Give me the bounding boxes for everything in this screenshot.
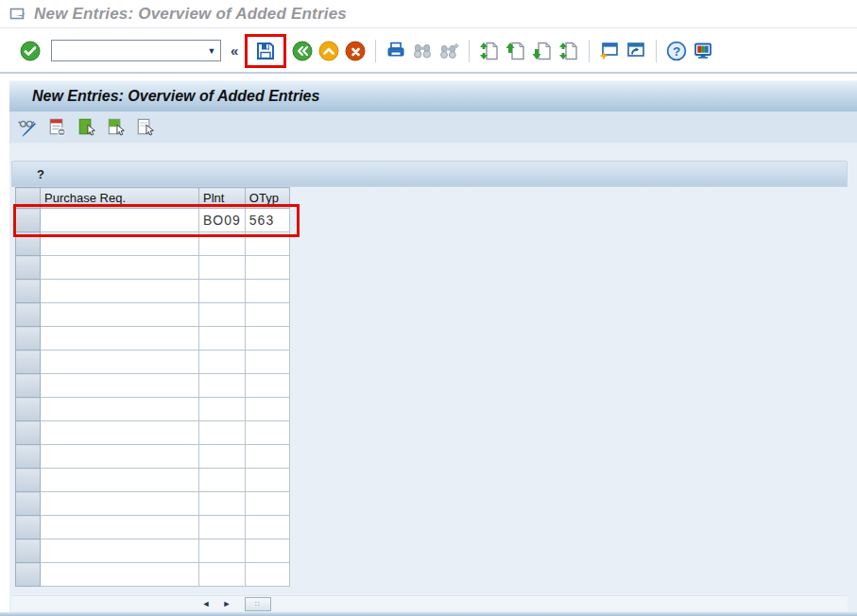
otyp-cell[interactable] [245, 445, 289, 469]
otyp-cell[interactable] [245, 563, 289, 587]
back-button[interactable] [289, 38, 316, 64]
print-button[interactable] [383, 38, 409, 64]
row-selector-cell[interactable] [16, 421, 41, 445]
plnt-cell[interactable] [199, 398, 246, 421]
purchase-req-cell[interactable] [41, 280, 199, 303]
plnt-cell[interactable] [199, 374, 246, 398]
scroll-left-button[interactable]: ◄ [196, 597, 216, 611]
plnt-cell[interactable] [199, 351, 246, 374]
save-button[interactable] [252, 38, 279, 64]
row-selector-cell[interactable] [16, 280, 41, 303]
plnt-cell[interactable] [199, 445, 246, 469]
otyp-cell[interactable] [245, 516, 289, 539]
column-header-selector[interactable] [16, 188, 41, 209]
otyp-cell[interactable] [245, 351, 289, 374]
customize-layout-button[interactable] [690, 38, 716, 64]
otyp-cell[interactable] [245, 469, 289, 492]
plnt-cell[interactable] [199, 303, 246, 327]
row-selector-cell[interactable] [16, 445, 41, 469]
delete-row-button[interactable] [43, 114, 70, 141]
cancel-button[interactable] [342, 38, 369, 64]
command-field-input[interactable] [52, 41, 203, 60]
column-header-plnt[interactable]: Plnt [199, 188, 246, 209]
otyp-cell[interactable] [245, 327, 289, 351]
purchase-req-cell[interactable] [41, 374, 199, 398]
enter-button[interactable] [17, 38, 43, 64]
row-selector-cell[interactable] [16, 256, 41, 280]
column-header-otyp[interactable]: OTyp [245, 188, 289, 209]
otyp-cell[interactable] [245, 492, 289, 516]
row-selector-cell[interactable] [16, 327, 41, 351]
purchase-req-cell[interactable] [41, 539, 199, 563]
purchase-req-cell[interactable] [41, 232, 199, 256]
otyp-cell[interactable] [245, 303, 289, 327]
otyp-cell[interactable] [245, 374, 289, 398]
new-session-button[interactable] [596, 38, 623, 64]
command-field-dropdown-icon[interactable]: ▼ [203, 41, 220, 60]
column-header-purchase-req[interactable]: Purchase Req. [41, 188, 199, 209]
otyp-cell[interactable] [245, 232, 289, 256]
otyp-cell[interactable] [245, 539, 289, 563]
purchase-req-cell[interactable] [41, 421, 199, 445]
row-selector-cell[interactable] [16, 539, 41, 563]
plnt-cell[interactable] [199, 516, 246, 539]
plnt-cell[interactable] [199, 256, 246, 280]
purchase-req-cell[interactable] [41, 398, 199, 421]
purchase-req-cell[interactable] [41, 516, 199, 539]
otyp-cell[interactable]: 563 [245, 209, 289, 232]
exit-button[interactable] [316, 38, 342, 64]
plnt-cell[interactable] [199, 280, 246, 303]
purchase-req-cell[interactable] [41, 327, 199, 351]
first-page-button[interactable] [476, 38, 503, 64]
row-selector-cell[interactable] [16, 374, 41, 398]
table-row [16, 469, 290, 492]
row-selector-cell[interactable] [16, 303, 41, 327]
select-block-button[interactable] [102, 114, 129, 141]
plnt-cell[interactable] [199, 539, 246, 563]
window-bottom-edge [0, 612, 857, 616]
find-button[interactable] [409, 38, 436, 64]
row-selector-cell[interactable] [16, 469, 41, 492]
scroll-right-button[interactable]: ► [216, 597, 237, 611]
row-selector-cell[interactable] [16, 492, 41, 516]
plnt-cell[interactable] [199, 232, 246, 256]
collapse-toolbar-button[interactable]: « [231, 43, 238, 59]
table-row [16, 280, 290, 303]
purchase-req-cell[interactable] [41, 492, 199, 516]
help-button[interactable]: ? [663, 38, 690, 64]
purchase-req-cell[interactable] [41, 209, 199, 232]
purchase-req-cell[interactable] [41, 563, 199, 587]
purchase-req-cell[interactable] [41, 469, 199, 492]
find-next-button[interactable] [436, 38, 462, 64]
row-selector-cell[interactable] [16, 232, 41, 256]
previous-page-button[interactable] [503, 38, 529, 64]
otyp-cell[interactable] [245, 280, 289, 303]
display-change-toggle-button[interactable] [14, 114, 41, 141]
row-selector-cell[interactable] [16, 516, 41, 539]
deselect-all-button[interactable] [131, 114, 158, 141]
plnt-cell[interactable] [199, 421, 246, 445]
otyp-cell[interactable] [245, 421, 289, 445]
otyp-cell[interactable] [245, 256, 289, 280]
row-selector-cell[interactable] [16, 398, 41, 421]
plnt-cell[interactable]: BO09 [199, 209, 246, 232]
row-selector-cell[interactable] [16, 351, 41, 374]
exit-icon [317, 40, 340, 62]
purchase-req-cell[interactable] [41, 303, 199, 327]
otyp-cell[interactable] [245, 398, 289, 421]
row-selector-cell[interactable] [16, 563, 41, 587]
create-shortcut-button[interactable] [623, 38, 649, 64]
last-page-button[interactable] [556, 38, 582, 64]
plnt-cell[interactable] [199, 563, 246, 587]
purchase-req-cell[interactable] [41, 256, 199, 280]
select-all-button[interactable] [73, 114, 99, 141]
scrollbar-handle[interactable]: ∷ [245, 597, 271, 611]
purchase-req-cell[interactable] [41, 445, 199, 469]
plnt-cell[interactable] [199, 492, 246, 516]
row-selector-cell[interactable] [16, 209, 41, 232]
plnt-cell[interactable] [199, 327, 246, 351]
plnt-cell[interactable] [199, 469, 246, 492]
purchase-req-cell[interactable] [41, 351, 199, 374]
next-page-button[interactable] [529, 38, 556, 64]
window-titlebar: New Entries: Overview of Added Entries [0, 0, 857, 28]
